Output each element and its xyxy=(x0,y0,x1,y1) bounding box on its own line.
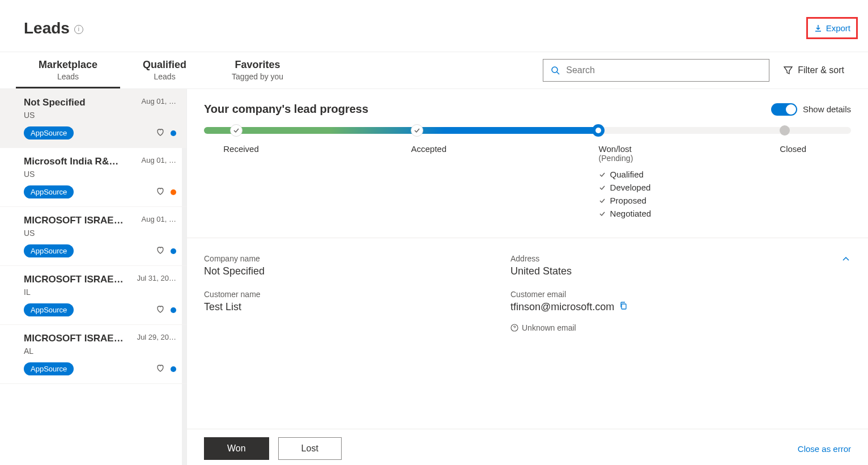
favorite-icon[interactable] xyxy=(156,305,165,316)
lead-date: Aug 01, … xyxy=(142,97,176,105)
filter-icon xyxy=(783,65,793,75)
tab-qualified[interactable]: Qualified Leads xyxy=(120,52,209,88)
lead-list: Not Specified Aug 01, … US AppSource Mic… xyxy=(0,89,187,465)
stage-checklist: Qualified Developed Proposed Negotiated xyxy=(599,170,780,218)
page-header: Leads i Export xyxy=(0,0,868,52)
lead-title: Not Specified xyxy=(24,97,86,108)
svg-rect-1 xyxy=(622,304,626,309)
status-dot xyxy=(171,366,176,372)
stage-received-label: Received xyxy=(223,144,411,154)
lead-sub: AL xyxy=(24,346,176,356)
lead-item[interactable]: MICROSOFT ISRAE… Jul 31, 20… IL AppSourc… xyxy=(0,266,186,325)
stage-accepted-label: Accepted xyxy=(411,144,598,154)
company-name-label: Company name xyxy=(204,254,499,263)
lead-item[interactable]: MICROSOFT ISRAE… Aug 01, … US AppSource xyxy=(0,207,186,266)
lead-sub: IL xyxy=(24,288,176,297)
checklist-item: Qualified xyxy=(610,170,644,179)
won-button[interactable]: Won xyxy=(204,437,269,460)
lead-title: MICROSOFT ISRAE… xyxy=(24,215,124,226)
company-name-value: Not Specified xyxy=(204,265,499,277)
action-bar: Won Lost Close as error xyxy=(187,429,868,465)
stage-marker-closed xyxy=(780,125,790,136)
info-icon[interactable]: i xyxy=(74,25,83,34)
status-dot xyxy=(171,307,176,313)
address-label: Address xyxy=(510,254,806,263)
checklist-item: Proposed xyxy=(610,196,646,205)
svg-point-0 xyxy=(552,67,558,73)
lead-title: MICROSOFT ISRAE… xyxy=(24,333,124,344)
source-badge: AppSource xyxy=(24,244,74,257)
show-details-label: Show details xyxy=(803,104,851,114)
lead-sub: US xyxy=(24,229,176,238)
source-badge: AppSource xyxy=(24,362,74,375)
lead-title: Microsoft India R&… xyxy=(24,156,118,167)
tabs: Marketplace Leads Qualified Leads Favori… xyxy=(16,52,306,88)
tab-subtitle: Leads xyxy=(143,72,186,81)
detail-pane: Your company's lead progress Show detail… xyxy=(187,89,868,465)
lead-item[interactable]: Not Specified Aug 01, … US AppSource xyxy=(0,89,186,148)
question-icon xyxy=(510,324,518,332)
tab-subtitle: Tagged by you xyxy=(232,72,283,81)
customer-name-label: Customer name xyxy=(204,290,499,299)
lead-date: Jul 29, 20… xyxy=(137,333,176,341)
status-dot xyxy=(171,130,176,136)
favorite-icon[interactable] xyxy=(156,363,165,375)
favorite-icon[interactable] xyxy=(156,246,165,257)
export-button[interactable]: Export xyxy=(806,17,858,39)
customer-name-value: Test List xyxy=(204,301,499,313)
tab-title: Favorites xyxy=(232,59,283,71)
export-label: Export xyxy=(826,23,850,33)
copy-icon[interactable] xyxy=(619,301,628,313)
lead-date: Aug 01, … xyxy=(142,156,176,164)
sub-nav: Marketplace Leads Qualified Leads Favori… xyxy=(0,52,868,89)
filter-sort-button[interactable]: Filter & sort xyxy=(783,65,844,75)
lead-sub: US xyxy=(24,170,176,179)
status-dot xyxy=(171,189,176,195)
email-meta: Unknown email xyxy=(510,323,806,332)
tab-marketplace[interactable]: Marketplace Leads xyxy=(16,52,120,88)
search-box[interactable] xyxy=(543,59,769,82)
tab-title: Qualified xyxy=(143,59,186,71)
lead-item[interactable]: Microsoft India R&… Aug 01, … US AppSour… xyxy=(0,148,186,207)
close-as-error-link[interactable]: Close as error xyxy=(798,444,851,454)
lead-title: MICROSOFT ISRAE… xyxy=(24,274,124,285)
show-details-toggle[interactable] xyxy=(771,103,797,116)
detail-fields: Company name Not Specified Customer name… xyxy=(204,238,851,344)
lead-date: Aug 01, … xyxy=(142,215,176,223)
address-value: United States xyxy=(510,265,806,277)
favorite-icon[interactable] xyxy=(156,128,165,139)
progress-title: Your company's lead progress xyxy=(204,103,368,116)
tab-subtitle: Leads xyxy=(39,72,97,81)
progress-bar xyxy=(204,127,851,134)
checklist-item: Negotiated xyxy=(610,209,652,218)
customer-email-value: tfinson@microsoft.com xyxy=(510,301,614,313)
lead-date: Jul 31, 20… xyxy=(137,274,176,282)
download-icon xyxy=(814,24,823,33)
source-badge: AppSource xyxy=(24,126,74,140)
search-icon xyxy=(550,65,560,75)
collapse-icon[interactable] xyxy=(841,256,851,266)
tab-favorites[interactable]: Favorites Tagged by you xyxy=(209,52,306,88)
filter-sort-label: Filter & sort xyxy=(798,65,844,75)
tab-title: Marketplace xyxy=(39,59,97,71)
stage-marker-received xyxy=(230,124,242,137)
lead-item[interactable]: MICROSOFT ISRAE… Jul 29, 20… AL AppSourc… xyxy=(0,325,186,384)
search-input[interactable] xyxy=(566,65,762,75)
stage-marker-wonlost xyxy=(592,124,605,137)
favorite-icon[interactable] xyxy=(156,187,165,198)
stage-wonlost-label: Won/lost xyxy=(599,144,780,154)
lost-button[interactable]: Lost xyxy=(278,437,342,460)
stage-wonlost-sub: (Pending) xyxy=(599,154,780,163)
checklist-item: Developed xyxy=(610,183,651,192)
status-dot xyxy=(171,248,176,254)
source-badge: AppSource xyxy=(24,303,74,316)
customer-email-label: Customer email xyxy=(510,290,806,299)
source-badge: AppSource xyxy=(24,185,74,198)
lead-sub: US xyxy=(24,111,176,120)
stage-marker-accepted xyxy=(411,124,423,137)
stage-closed-label: Closed xyxy=(780,144,806,154)
page-title: Leads xyxy=(24,19,70,37)
